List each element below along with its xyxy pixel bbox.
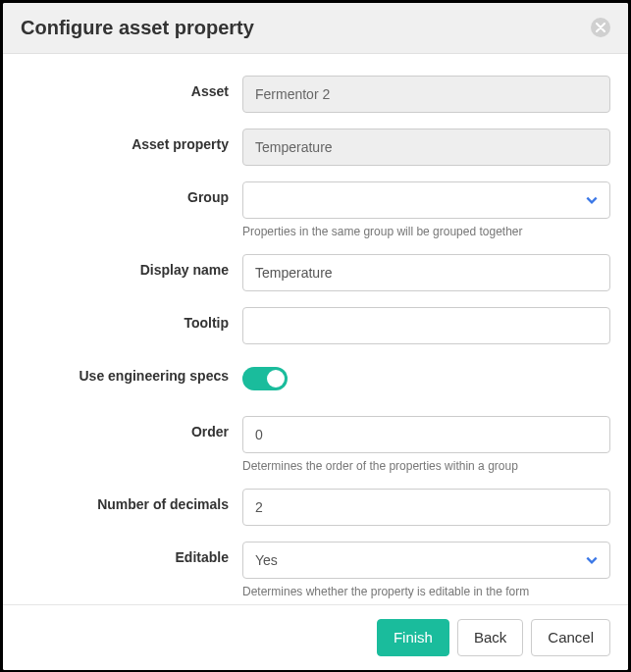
group-select[interactable]: [242, 181, 610, 219]
editable-select[interactable]: [242, 542, 610, 579]
asset-property-input: [242, 129, 610, 166]
asset-label: Asset: [21, 76, 242, 99]
tooltip-row: Tooltip: [21, 307, 610, 344]
cancel-button[interactable]: Cancel: [531, 619, 610, 656]
finish-button[interactable]: Finish: [377, 619, 449, 656]
use-engineering-specs-row: Use engineering specs: [21, 360, 610, 390]
close-button[interactable]: [591, 18, 610, 37]
editable-help: Determines whether the property is edita…: [242, 585, 610, 598]
modal-footer: Finish Back Cancel: [3, 604, 628, 670]
back-button[interactable]: Back: [457, 619, 523, 656]
configure-asset-property-modal: Configure asset property Asset Asset pro…: [3, 3, 628, 670]
toggle-knob: [267, 370, 285, 388]
group-label: Group: [21, 181, 242, 205]
close-icon: [596, 23, 605, 32]
order-help: Determines the order of the properties w…: [242, 459, 610, 473]
decimals-row: Number of decimals: [21, 489, 610, 526]
editable-row: Editable Determines whether the property…: [21, 542, 610, 598]
asset-input: [242, 76, 610, 113]
group-help: Properties in the same group will be gro…: [242, 225, 610, 238]
modal-body: Asset Asset property Group Properties in: [3, 54, 628, 604]
display-name-label: Display name: [21, 254, 242, 278]
use-engineering-specs-toggle[interactable]: [242, 367, 288, 390]
modal-title: Configure asset property: [21, 17, 254, 39]
tooltip-label: Tooltip: [21, 307, 242, 331]
editable-label: Editable: [21, 542, 242, 565]
asset-row: Asset: [21, 76, 610, 113]
decimals-label: Number of decimals: [21, 489, 242, 512]
decimals-input[interactable]: [242, 489, 610, 526]
display-name-row: Display name: [21, 254, 610, 291]
asset-property-row: Asset property: [21, 129, 610, 166]
order-input[interactable]: [242, 416, 610, 453]
display-name-input[interactable]: [242, 254, 610, 291]
asset-property-label: Asset property: [21, 129, 242, 152]
group-row: Group Properties in the same group will …: [21, 181, 610, 238]
order-label: Order: [21, 416, 242, 439]
use-engineering-specs-label: Use engineering specs: [21, 360, 242, 384]
tooltip-input[interactable]: [242, 307, 610, 344]
order-row: Order Determines the order of the proper…: [21, 416, 610, 473]
modal-header: Configure asset property: [3, 3, 628, 54]
